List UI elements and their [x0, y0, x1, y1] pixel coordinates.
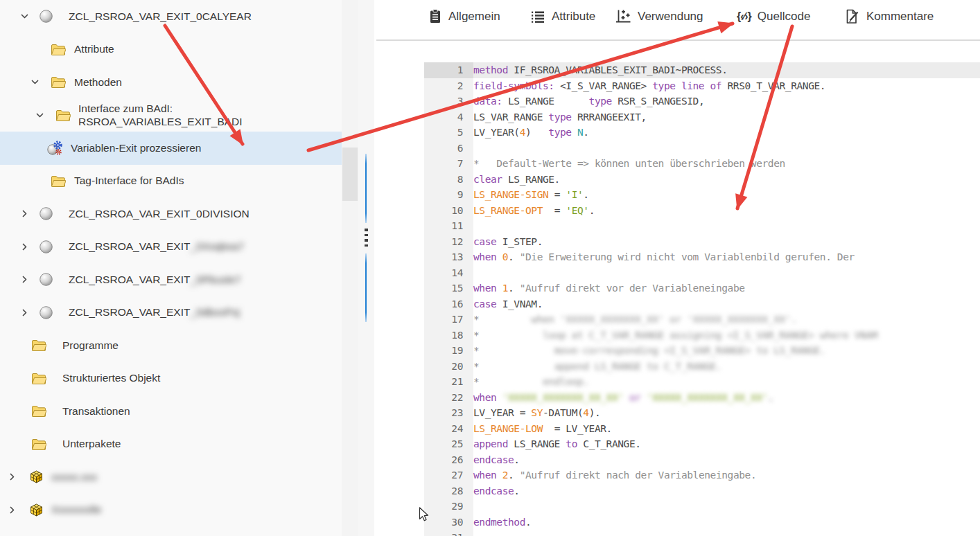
sidebar-item-transaktionen[interactable]: Transaktionen — [0, 395, 342, 428]
line-number: 1 — [424, 62, 473, 78]
sidebar-item-methoden-folder[interactable]: Methoden — [0, 66, 342, 99]
line-number: 9 — [424, 187, 473, 203]
tab-allgemein[interactable]: Allgemein — [428, 6, 500, 28]
chevron-down-icon[interactable] — [28, 76, 41, 89]
chevron-right-icon[interactable] — [18, 274, 30, 286]
line-number: 4 — [424, 109, 473, 125]
code-line[interactable]: 30endmethod. — [374, 515, 980, 530]
code-line[interactable]: 23LV_YEAR = SY-DATUM(4). — [374, 405, 980, 421]
code-text: * Default-Werte => können unten überschr… — [473, 156, 980, 172]
tab-kommentare[interactable]: Kommentare — [844, 6, 934, 28]
sidebar-item-label: Strukturiertes Objekt — [62, 372, 160, 384]
code-line[interactable]: 1method IF_RSROA_VARIABLES_EXIT_BADI~PRO… — [374, 62, 980, 78]
code-text: * when 'XXXXX_XXXXXXX_XX' or 'XXXXX_XXXX… — [473, 312, 980, 328]
code-line[interactable]: 4LS_VAR_RANGE type RRRANGEEXIT, — [374, 109, 980, 125]
code-text: endcase. — [473, 483, 980, 499]
tab-verwendung[interactable]: Verwendung — [615, 6, 703, 28]
chevron-down-icon[interactable] — [33, 109, 46, 121]
code-line[interactable]: 6 — [374, 141, 980, 157]
code-line[interactable]: 24LS_RANGE-LOW = LV_YEAR. — [374, 421, 980, 437]
code-line[interactable]: 14 — [374, 265, 980, 281]
blurred-text: loop at C_T_VAR_RANGE assigning <I_S_VAR… — [479, 330, 877, 341]
sidebar-item-badi-interface-folder[interactable]: Interface zum BAdI: RSROA_VARIABLES_EXIT… — [0, 99, 342, 132]
code-line[interactable]: 10LS_RANGE-OPT = 'EQ'. — [374, 203, 980, 219]
sidebar-item-label: Tag-Interface for BAdIs — [74, 175, 184, 187]
sidebar-item-class-blurred-2[interactable]: ZCL_RSROA_VAR_EXIT_0Pbusle7 — [0, 263, 342, 296]
sidebar-item-attribute-folder[interactable]: Attribute — [0, 33, 342, 66]
usage-scatter-icon — [615, 9, 631, 24]
class-icon — [39, 240, 53, 254]
code-text: * append LS_RANGE to C_T_RANGE. — [473, 359, 980, 375]
code-line[interactable]: 13when 0. "Die Erweiterung wird nicht vo… — [374, 249, 980, 265]
chevron-down-icon[interactable] — [18, 10, 30, 23]
splitter-grip-handle[interactable] — [365, 229, 368, 247]
code-line[interactable]: 28endcase. — [374, 483, 980, 499]
chevron-right-icon[interactable] — [6, 471, 18, 483]
code-text: case I_STEP. — [473, 234, 980, 250]
code-line[interactable]: 5LV_YEAR(4) type N. — [374, 125, 980, 141]
chevron-right-icon[interactable] — [18, 306, 30, 319]
code-text: field-symbols: <I_S_VAR_RANGE> type line… — [473, 78, 980, 94]
line-number: 26 — [424, 452, 473, 468]
sidebar-item-package-blurred-2[interactable]: Xxxxxxxlle — [0, 494, 342, 527]
sidebar-item-unterpakete[interactable]: Unterpakete — [0, 428, 342, 461]
detail-panel: Allgemein Attribute Verwendung {‹∕›} Que… — [374, 0, 980, 536]
code-line[interactable]: 25append LS_RANGE to C_T_RANGE. — [374, 436, 980, 452]
class-icon — [39, 305, 53, 320]
code-line[interactable]: 9LS_RANGE-SIGN = 'I'. — [374, 187, 980, 203]
code-text: endcase. — [473, 452, 980, 468]
sidebar-item-label: Programme — [62, 339, 119, 352]
code-line[interactable]: 8clear LS_RANGE. — [374, 172, 980, 188]
sidebar-item-label: Transaktionen — [62, 405, 130, 418]
folder-icon — [31, 339, 46, 352]
tree-scrollbar-track[interactable] — [342, 0, 358, 536]
tab-attribute[interactable]: Attribute — [530, 6, 595, 28]
code-line[interactable]: 18* loop at C_T_VAR_RANGE assigning <I_S… — [374, 328, 980, 343]
chevron-right-icon[interactable] — [6, 503, 18, 516]
sidebar-item-class-0calyear[interactable]: ZCL_RSROA_VAR_EXIT_0CALYEAR — [0, 0, 342, 33]
tree-scrollbar-thumb[interactable] — [342, 148, 358, 201]
code-line[interactable]: 31 — [374, 530, 980, 536]
code-text: clear LS_RANGE. — [473, 172, 980, 188]
splitter-line — [365, 154, 367, 223]
code-line[interactable]: 29 — [374, 499, 980, 515]
sidebar-item-label: Interface zum BAdI: RSROA_VARIABLES_EXIT… — [78, 102, 293, 128]
code-line[interactable]: 2field-symbols: <I_S_VAR_RANGE> type lin… — [374, 78, 980, 94]
code-text: * move-corresponding <I_S_VAR_RANGE> to … — [473, 343, 980, 359]
code-text: when 0. "Die Erweiterung wird nicht vom … — [473, 249, 980, 265]
code-line[interactable]: 7* Default-Werte => können unten übersch… — [374, 156, 980, 172]
sidebar-item-class-0division[interactable]: ZCL_RSROA_VAR_EXIT_0DIVISION — [0, 197, 342, 231]
object-tree-panel: ZCL_RSROA_VAR_EXIT_0CALYEAR Attribute Me… — [0, 0, 342, 536]
sidebar-item-tag-interface-folder[interactable]: Tag-Interface for BAdIs — [0, 165, 342, 198]
panel-splitter[interactable] — [358, 0, 374, 536]
chevron-right-icon[interactable] — [18, 208, 30, 220]
sidebar-item-programme[interactable]: Programme — [0, 329, 342, 362]
code-line[interactable]: 11 — [374, 218, 980, 234]
chevron-right-icon[interactable] — [18, 240, 30, 253]
sidebar-item-strukturiertes-objekt[interactable]: Strukturiertes Objekt — [0, 362, 342, 395]
code-line[interactable]: 3data: LS_RANGE type RSR_S_RANGESID, — [374, 93, 980, 109]
tab-quellcode[interactable]: {‹∕›} Quellcode — [737, 6, 810, 28]
sidebar-item-class-blurred-1[interactable]: ZCL_RSROA_VAR_EXIT_0Xxqbxa7 — [0, 231, 342, 264]
sidebar-item-variablen-exit-selected[interactable]: Variablen-Exit prozessieren — [0, 132, 342, 165]
code-line[interactable]: 21* endloop. — [374, 374, 980, 390]
code-line[interactable]: 17* when 'XXXXX_XXXXXXX_XX' or 'XXXXX_XX… — [374, 312, 980, 328]
sidebar-item-class-blurred-3[interactable]: ZCL_RSROA_VAR_EXIT_0dbxxPxj — [0, 296, 342, 330]
code-line[interactable]: 27when 2. "Aufruf direkt nach der Variab… — [374, 467, 980, 483]
line-number: 10 — [424, 203, 473, 219]
sidebar-item-package-blurred-1[interactable]: xxxxx.xxx — [0, 461, 342, 494]
code-text: case I_VNAM. — [473, 296, 980, 312]
code-line[interactable]: 26endcase. — [374, 452, 980, 468]
code-line[interactable]: 15when 1. "Aufruf direkt vor der Variabl… — [374, 280, 980, 296]
code-line[interactable]: 12case I_STEP. — [374, 234, 980, 250]
blurred-text: . — [768, 392, 773, 403]
code-line[interactable]: 16case I_VNAM. — [374, 296, 980, 312]
line-number: 28 — [424, 483, 473, 499]
folder-icon — [51, 43, 66, 56]
sidebar-item-label: ZCL_RSROA_VAR_EXIT_0CALYEAR — [69, 10, 252, 23]
abap-source-editor[interactable]: 1method IF_RSROA_VARIABLES_EXIT_BADI~PRO… — [374, 62, 980, 536]
class-icon — [39, 9, 53, 24]
code-line[interactable]: 20* append LS_RANGE to C_T_RANGE. — [374, 359, 980, 375]
code-line[interactable]: 19* move-corresponding <I_S_VAR_RANGE> t… — [374, 343, 980, 359]
code-line[interactable]: 22when 'XXXXX_XXXXXXX_XX_XX' or 'XXXXX_X… — [374, 390, 980, 406]
